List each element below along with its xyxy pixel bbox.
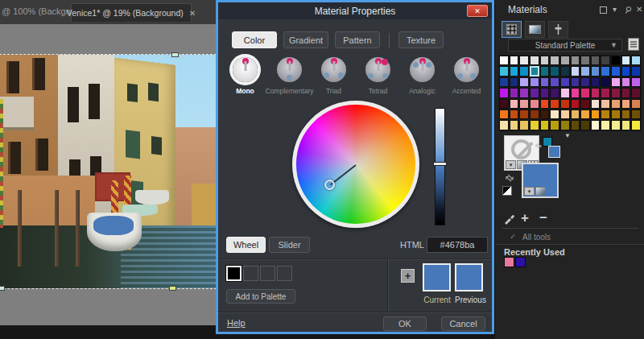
panel-menu-caret-icon[interactable]: ▾ [613,5,617,14]
palette-swatch[interactable] [580,99,590,109]
palette-swatch[interactable] [550,99,559,109]
palette-swatch[interactable] [530,99,539,109]
palette-swatch[interactable] [611,56,621,65]
custom-swatch-empty[interactable] [277,266,292,281]
sliders-view-button[interactable] [548,21,568,38]
tab-gradient[interactable]: Gradient [283,31,328,48]
black-white-reset-icon[interactable] [502,186,512,196]
palette-swatch[interactable] [621,77,631,87]
palette-swatch[interactable] [499,88,509,97]
selection-handle-bottom-left[interactable] [0,286,5,291]
palette-swatch[interactable] [540,110,550,119]
palette-swatch[interactable] [631,99,641,109]
palette-swatch[interactable] [631,110,641,119]
palette-swatch[interactable] [499,110,509,119]
palette-swatch[interactable] [510,77,519,87]
swap-materials-icon[interactable]: ⇄ [503,171,517,184]
palette-swatch[interactable] [519,66,529,76]
palette-swatch[interactable] [611,66,621,76]
slider-mode-button[interactable]: Slider [269,237,310,253]
palette-swatch[interactable] [519,120,529,130]
recent-color-swatch[interactable] [504,257,514,267]
harmony-accented[interactable]: Accented [445,57,489,95]
style-caret-icon[interactable]: ▾ [506,160,516,169]
palette-swatch[interactable] [611,99,621,109]
palette-swatch[interactable] [571,66,580,76]
palette-swatch[interactable] [601,56,610,65]
selection-handle-bottom[interactable] [169,286,176,291]
palette-swatch[interactable] [601,110,610,119]
lightness-slider[interactable] [435,108,445,225]
harmony-triad[interactable]: Triad [312,57,356,95]
palette-swatch[interactable] [540,99,550,109]
harmony-analogic[interactable]: Analogic [401,57,444,95]
color-wheel-selector[interactable] [324,180,335,190]
palette-swatch[interactable] [550,88,559,97]
palette-swatch[interactable] [560,77,570,87]
add-to-palette-button[interactable]: Add to Palette [226,289,295,304]
palette-swatch[interactable] [510,110,519,119]
palette-swatch[interactable] [611,110,621,119]
palette-swatch[interactable] [560,120,570,130]
palette-swatch[interactable] [530,120,539,130]
palette-swatch[interactable] [571,110,580,119]
palette-swatch[interactable] [560,99,570,109]
palette-swatch[interactable] [519,77,529,87]
previous-swatch[interactable] [455,263,483,291]
palette-swatch[interactable] [550,56,559,65]
palette-swatch[interactable] [540,66,550,76]
palette-swatch[interactable] [519,110,529,119]
palette-swatch[interactable] [530,56,539,65]
palette-swatch[interactable] [580,120,590,130]
palette-swatch[interactable] [621,56,631,65]
palette-swatch[interactable] [530,66,539,76]
all-tools-checkbox[interactable]: ✓ [510,232,516,241]
tab-close-icon[interactable]: ✕ [189,9,196,18]
palette-swatch[interactable] [499,56,509,65]
grid-scroll-caret-icon[interactable]: ▼ [564,132,571,139]
wheel-mode-button[interactable]: Wheel [226,237,266,253]
custom-swatch-empty[interactable] [243,266,258,281]
palette-swatch[interactable] [621,110,631,119]
palette-swatch[interactable] [540,88,550,97]
palette-swatch[interactable] [560,88,570,97]
palette-swatch[interactable] [530,110,539,119]
gradient-style-icon[interactable] [535,187,546,196]
palette-swatch[interactable] [571,56,580,65]
palette-swatch[interactable] [580,66,590,76]
palette-swatch[interactable] [550,120,559,130]
html-color-input[interactable] [427,237,488,253]
tab-active-venice[interactable]: Venice1* @ 19% (Background) ✕ [71,3,192,22]
palette-swatch[interactable] [621,66,631,76]
lightness-slider-handle[interactable] [433,162,447,166]
panel-restore-icon[interactable] [600,6,607,14]
dialog-close-button[interactable]: ✕ [467,5,488,17]
palette-swatch[interactable] [519,56,529,65]
add-swatch-icon[interactable]: + [521,210,529,226]
palette-swatch[interactable] [611,77,621,87]
palette-swatch[interactable] [550,66,559,76]
palette-swatch[interactable] [631,88,641,97]
help-link[interactable]: Help [227,318,246,328]
palette-swatch[interactable] [601,66,610,76]
style-caret-icon[interactable]: ▾ [524,187,535,196]
remove-swatch-icon[interactable]: − [539,210,547,226]
palette-swatch[interactable] [550,110,559,119]
palette-swatch[interactable] [499,120,509,130]
palette-swatch[interactable] [499,99,509,109]
palette-swatch[interactable] [540,77,550,87]
panel-pin-icon[interactable]: ⚲ [622,4,634,16]
palette-swatch[interactable] [580,88,590,97]
palette-swatch[interactable] [580,110,590,119]
palette-swatch[interactable] [510,99,519,109]
palette-swatch[interactable] [560,110,570,119]
palette-swatch[interactable] [601,99,610,109]
palette-swatch[interactable] [540,56,550,65]
gradient-view-button[interactable] [525,21,545,38]
tab-texture[interactable]: Texture [398,31,444,48]
palette-swatch[interactable] [611,88,621,97]
palette-swatch[interactable] [591,99,601,109]
cancel-button[interactable]: Cancel [441,316,485,331]
palette-swatch[interactable] [631,56,641,65]
palette-swatch[interactable] [631,120,641,130]
